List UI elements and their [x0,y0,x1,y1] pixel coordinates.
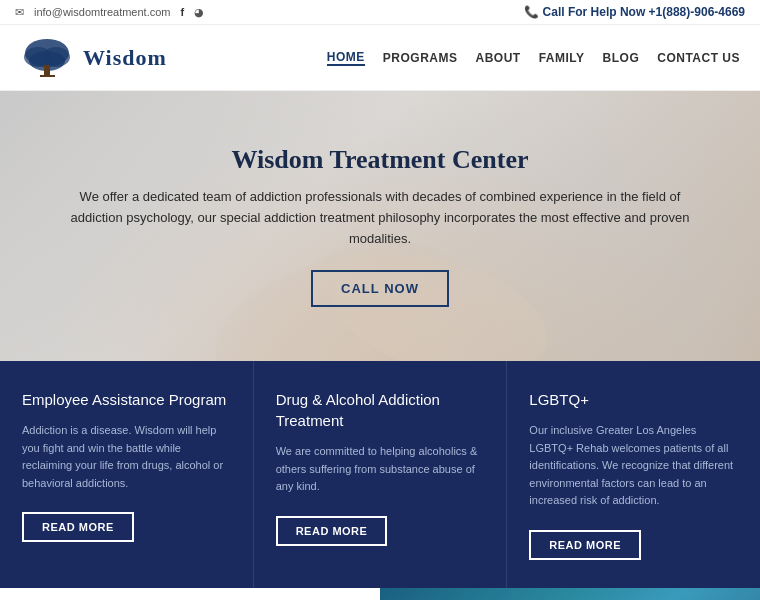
hero-section: Wisdom Treatment Center We offer a dedic… [0,91,760,361]
card-3-body: Our inclusive Greater Los Angeles LGBTQ+… [529,422,738,510]
phone-label: Call For Help Now [543,5,646,19]
header: Wisdom HOME PROGRAMS ABOUT FAMILY BLOG C… [0,25,760,91]
top-bar-phone: 📞 Call For Help Now +1(888)-906-4669 [524,5,745,19]
top-bar-left: ✉ info@wisdomtreatment.com f ◕ [15,6,204,19]
bottom-section: We Can Help Our variety of treatment opt… [0,588,760,600]
svg-rect-5 [40,75,55,77]
nav-family[interactable]: FAMILY [539,51,585,65]
bottom-image-teal [380,588,760,600]
card-3-title: LGBTQ+ [529,389,738,410]
card-3-read-more-button[interactable]: READ MORE [529,530,641,560]
nav-blog[interactable]: BLOG [603,51,640,65]
card-2-title: Drug & Alcohol Addiction Treatment [276,389,485,431]
call-now-button[interactable]: CALL NOW [311,270,449,307]
nav-programs[interactable]: PROGRAMS [383,51,458,65]
hero-description: We offer a dedicated team of addiction p… [60,187,700,249]
facebook-icon[interactable]: f [181,6,185,18]
phone-number[interactable]: +1(888)-906-4669 [649,5,745,19]
logo[interactable]: Wisdom [20,35,167,80]
card-drug-alcohol: Drug & Alcohol Addiction Treatment We ar… [254,361,508,588]
logo-tree-icon [20,35,75,80]
cards-section: Employee Assistance Program Addiction is… [0,361,760,588]
card-1-read-more-button[interactable]: READ MORE [22,512,134,542]
card-lgbtq: LGBTQ+ Our inclusive Greater Los Angeles… [507,361,760,588]
top-bar: ✉ info@wisdomtreatment.com f ◕ 📞 Call Fo… [0,0,760,25]
nav-contact[interactable]: CONTACT US [657,51,740,65]
card-1-body: Addiction is a disease. Wisdom will help… [22,422,231,492]
main-nav: HOME PROGRAMS ABOUT FAMILY BLOG CONTACT … [327,50,740,66]
card-2-read-more-button[interactable]: READ MORE [276,516,388,546]
logo-text: Wisdom [83,45,167,71]
hero-content: Wisdom Treatment Center We offer a dedic… [60,145,700,306]
phone-icon: 📞 [524,5,542,19]
hero-title: Wisdom Treatment Center [60,145,700,175]
card-1-title: Employee Assistance Program [22,389,231,410]
nav-home[interactable]: HOME [327,50,365,66]
card-employee-assistance: Employee Assistance Program Addiction is… [0,361,254,588]
email-address[interactable]: info@wisdomtreatment.com [34,6,171,18]
nav-about[interactable]: ABOUT [475,51,520,65]
rss-icon[interactable]: ◕ [194,6,204,19]
we-can-help: We Can Help Our variety of treatment opt… [0,588,380,600]
card-2-body: We are committed to helping alcoholics &… [276,443,485,496]
email-icon: ✉ [15,6,24,19]
